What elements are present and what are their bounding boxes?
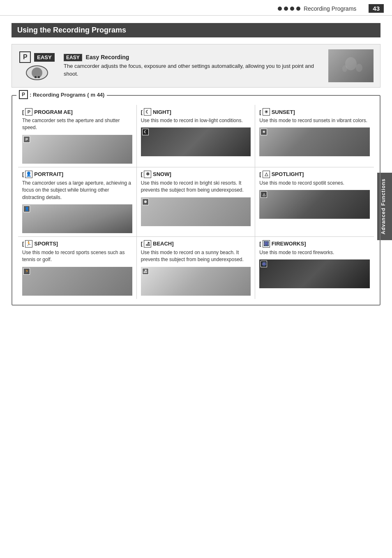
program-item-snow: [ ❄ SNOW] Use this mode to record in bri…: [137, 167, 256, 236]
program-item-spotlight: [ △ SPOTLIGHT] Use this mode to record s…: [255, 167, 374, 236]
program-beach-mode-icon: 🏖: [144, 240, 151, 248]
program-snow-desc: Use this mode to record in bright ski re…: [141, 180, 251, 194]
program-beach-title: [ 🏖 BEACH]: [141, 240, 251, 248]
program-night-title: [ ☾ NIGHT]: [141, 108, 251, 116]
program-fireworks-label: FIREWORKS]: [272, 241, 306, 247]
page-header: Recording Programs 43: [0, 0, 392, 16]
program-night-overlay: ☾: [142, 129, 149, 135]
program-sports-mode-icon: 🏃: [25, 240, 32, 248]
easy-icons-row: P EASY: [19, 51, 54, 63]
program-portrait-label: PORTRAIT]: [34, 171, 63, 177]
program-fireworks-desc: Use this mode to record fireworks.: [259, 249, 370, 256]
program-sports-photo-inner: [22, 267, 132, 296]
program-night-photo-inner: [141, 127, 251, 156]
svg-point-1: [356, 64, 362, 72]
easy-photo: [328, 49, 374, 82]
dial-dot-1: [35, 76, 37, 78]
program-fireworks-title: [ 🎆 FIREWORKS]: [259, 240, 370, 248]
program-item-ae: [ P PROGRAM AE] The camcorder sets the a…: [18, 105, 137, 167]
dial-dot-2: [38, 76, 40, 78]
programs-box: P : Recording Programs (m 44) [ P PROGRA…: [12, 95, 380, 306]
program-beach-overlay: 🏖: [142, 268, 149, 275]
programs-label-text: : Recording Programs (: [30, 92, 89, 98]
program-night-mode-icon: ☾: [144, 108, 151, 116]
program-portrait-desc: The camcorder uses a large aperture, ach…: [22, 180, 132, 201]
program-portrait-mode-icon: 👤: [25, 171, 32, 178]
easy-text: The camcorder adjusts the focus, exposur…: [64, 62, 320, 78]
program-sports-bracket-open: [: [22, 241, 24, 247]
program-beach-photo-inner: [141, 267, 251, 296]
programs-book-ref: m 44): [90, 92, 104, 98]
program-item-sunset: [ ☀ SUNSET] Use this mode to record suns…: [255, 105, 374, 167]
dot-4: [296, 7, 300, 11]
program-sports-desc: Use this mode to record sports scenes su…: [22, 249, 132, 264]
program-sports-label: SPORTS]: [34, 241, 58, 247]
program-sunset-mode-icon: ☀: [263, 108, 270, 116]
program-fireworks-photo: 🎆: [259, 259, 370, 288]
easy-description: EASY Easy Recording The camcorder adjust…: [64, 54, 320, 78]
program-night-bracket-open: [: [141, 109, 143, 115]
program-item-night: [ ☾ NIGHT] Use this mode to record in lo…: [137, 105, 256, 167]
dot-2: [284, 7, 288, 11]
program-snow-photo: ❄: [141, 197, 251, 226]
program-spotlight-overlay: △: [261, 191, 267, 198]
program-spotlight-mode-icon: △: [263, 171, 270, 178]
programs-box-label: P : Recording Programs (m 44): [16, 90, 107, 99]
header-dots: [278, 7, 300, 11]
program-item-portrait: [ 👤 PORTRAIT] The camcorder uses a large…: [18, 167, 137, 236]
program-ae-desc: The camcorder sets the aperture and shut…: [22, 117, 132, 132]
program-ae-bracket-open: [: [22, 109, 24, 115]
program-sunset-photo-inner: [259, 127, 370, 156]
easy-recording-box: P EASY EASY Easy Recording The camcorder…: [12, 44, 380, 88]
program-spotlight-label: SPOTLIGHT]: [272, 171, 304, 177]
programs-p-icon: P: [19, 90, 28, 99]
easy-label-badge: EASY: [64, 54, 82, 61]
program-ae-mode-icon: P: [25, 108, 32, 116]
program-sunset-desc: Use this mode to record sunsets in vibra…: [259, 117, 370, 124]
dial-dots: [35, 76, 40, 78]
program-spotlight-photo-inner: [259, 190, 370, 219]
page-number: 43: [369, 4, 384, 13]
program-sunset-bracket-open: [: [259, 109, 261, 115]
program-fireworks-photo-inner: [259, 259, 370, 288]
program-spotlight-title: [ △ SPOTLIGHT]: [259, 171, 370, 178]
program-beach-label: BEACH]: [153, 241, 174, 247]
program-fireworks-overlay: 🎆: [261, 261, 267, 267]
easy-photo-placeholder: [328, 49, 374, 82]
p-mode-icon: P: [19, 51, 31, 63]
easy-title-text: Easy Recording: [86, 54, 129, 60]
header-section-title: Recording Programs: [304, 5, 356, 12]
easy-badge-icon: EASY: [34, 53, 54, 62]
program-night-label: NIGHT]: [153, 109, 171, 115]
program-ae-photo-inner: [22, 135, 132, 164]
program-ae-overlay: P: [23, 136, 30, 143]
easy-title: EASY Easy Recording: [64, 54, 320, 60]
svg-point-2: [342, 65, 347, 72]
program-beach-desc: Use this mode to record on a sunny beach…: [141, 249, 251, 264]
programs-grid: [ P PROGRAM AE] The camcorder sets the a…: [18, 105, 374, 299]
dot-3: [290, 7, 294, 11]
program-snow-label: SNOW]: [153, 171, 171, 177]
program-fireworks-mode-icon: 🎆: [263, 240, 270, 248]
program-sports-overlay: 🏃: [23, 268, 30, 275]
program-sunset-photo: ☀: [259, 127, 370, 156]
dot-1: [278, 7, 282, 11]
section-heading: Using the Recording Programs: [12, 23, 380, 37]
program-snow-photo-inner: [141, 197, 251, 226]
program-fireworks-bracket-open: [: [259, 241, 261, 247]
program-portrait-bracket-open: [: [22, 171, 24, 177]
program-item-fireworks: [ 🎆 FIREWORKS] Use this mode to record f…: [255, 236, 374, 299]
program-ae-label: PROGRAM AE]: [34, 109, 72, 115]
program-beach-photo: 🏖: [141, 267, 251, 296]
program-item-beach: [ 🏖 BEACH] Use this mode to record on a …: [137, 236, 256, 299]
program-snow-bracket-open: [: [141, 171, 143, 177]
program-portrait-photo: 👤: [22, 204, 132, 233]
program-sports-title: [ 🏃 SPORTS]: [22, 240, 132, 248]
program-sunset-overlay: ☀: [261, 129, 267, 135]
dial-icon: [26, 65, 48, 80]
program-sports-photo: 🏃: [22, 267, 132, 296]
program-beach-bracket-open: [: [141, 241, 143, 247]
program-night-desc: Use this mode to record in low-light con…: [141, 117, 251, 124]
program-ae-photo: P: [22, 135, 132, 164]
program-portrait-title: [ 👤 PORTRAIT]: [22, 171, 132, 178]
